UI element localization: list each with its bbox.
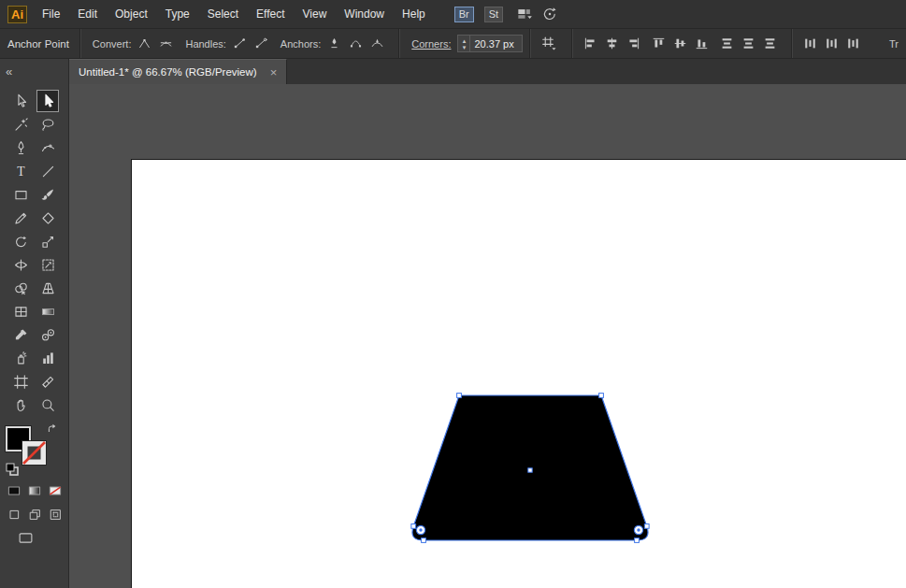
mesh-tool[interactable] — [9, 300, 32, 323]
canvas-area[interactable] — [69, 84, 906, 588]
slice-tool[interactable] — [36, 370, 59, 393]
menu-help[interactable]: Help — [402, 7, 425, 21]
corner-widget[interactable] — [416, 525, 424, 534]
color-mode-button[interactable] — [5, 482, 23, 499]
draw-normal-button[interactable] — [5, 506, 23, 523]
align-middle-v-button[interactable] — [671, 36, 689, 51]
menu-edit[interactable]: Edit — [78, 7, 97, 21]
draw-behind-button[interactable] — [25, 506, 44, 523]
align-left-button[interactable] — [582, 36, 599, 51]
remove-anchor-button[interactable] — [325, 36, 343, 51]
distribute-vcenter-button[interactable] — [740, 36, 757, 51]
magic-wand-tool[interactable] — [9, 113, 32, 136]
pen-tool[interactable] — [9, 136, 32, 159]
blend-tool[interactable] — [36, 323, 59, 346]
hand-tool[interactable] — [9, 394, 32, 416]
align-top-icon — [652, 36, 666, 50]
free-transform-tool[interactable] — [36, 253, 59, 276]
distribute-hcenter-button[interactable] — [823, 36, 841, 51]
stroke-color-swatch[interactable] — [22, 440, 47, 466]
gradient-tool[interactable] — [36, 300, 59, 323]
eraser-tool[interactable] — [36, 207, 59, 229]
panel-collapse-icon[interactable]: « — [6, 65, 12, 79]
lasso-tool[interactable] — [36, 113, 59, 136]
corner-widget[interactable] — [634, 525, 642, 534]
convert-corner-button[interactable] — [136, 36, 153, 51]
distribute-bottom-button[interactable] — [761, 36, 779, 51]
blend-icon — [40, 327, 56, 343]
artboard-tool[interactable] — [9, 370, 32, 393]
menu-object[interactable]: Object — [115, 7, 148, 21]
distribute-right-icon — [846, 36, 860, 50]
connect-endpoints-button[interactable] — [347, 36, 365, 51]
distribute-left-icon — [803, 36, 817, 50]
handles-show-button[interactable] — [231, 36, 249, 51]
selection-tool[interactable] — [9, 90, 32, 112]
sync-settings-button[interactable] — [539, 5, 560, 23]
curvature-tool[interactable] — [36, 136, 59, 159]
swap-fill-stroke-icon[interactable] — [47, 423, 58, 435]
rotate-tool[interactable] — [9, 230, 32, 252]
eyedropper-tool[interactable] — [9, 323, 32, 346]
corners-stepper[interactable]: ▴ ▾ — [457, 35, 470, 52]
menu-view[interactable]: View — [303, 7, 327, 21]
tools-panel-header: « — [0, 59, 69, 84]
corners-label[interactable]: Corners: — [411, 38, 451, 50]
direct-selection-tool[interactable] — [36, 90, 59, 112]
convert-buttons — [134, 36, 177, 51]
separator — [529, 29, 531, 58]
column-graph-tool[interactable] — [36, 347, 59, 369]
stepper-up-icon[interactable]: ▴ — [463, 37, 467, 44]
anchor-point[interactable] — [599, 394, 604, 398]
width-tool[interactable] — [9, 253, 32, 276]
distribute-right-button[interactable] — [844, 36, 862, 51]
smooth-anchor-button[interactable] — [368, 36, 386, 51]
direct-selection-icon — [40, 93, 56, 109]
menu-window[interactable]: Window — [344, 7, 384, 21]
screen-mode-icon — [18, 530, 34, 546]
anchor-point[interactable] — [644, 523, 649, 528]
draw-inside-button[interactable] — [46, 506, 65, 523]
perspective-grid-tool[interactable] — [36, 277, 59, 299]
convert-smooth-button[interactable] — [157, 36, 175, 51]
paintbrush-tool[interactable] — [36, 183, 59, 206]
menu-effect[interactable]: Effect — [256, 7, 284, 21]
align-center-h-button[interactable] — [603, 36, 621, 51]
handles-hide-button[interactable] — [252, 36, 270, 51]
line-segment-tool[interactable] — [36, 160, 59, 182]
zoom-tool[interactable] — [36, 394, 59, 416]
menu-file[interactable]: File — [42, 7, 60, 21]
distribute-top-button[interactable] — [718, 36, 736, 51]
anchor-point[interactable] — [422, 538, 426, 543]
type-tool[interactable]: T — [9, 160, 32, 182]
anchor-point[interactable] — [635, 538, 640, 543]
distribute-hcenter-icon — [825, 36, 839, 50]
artboard-options-icon — [541, 36, 557, 51]
menu-select[interactable]: Select — [208, 7, 238, 21]
tab-close-icon[interactable]: × — [270, 66, 278, 79]
artboard-options-button[interactable] — [539, 35, 559, 52]
none-mode-button[interactable] — [46, 482, 65, 499]
scale-tool[interactable] — [36, 230, 59, 252]
align-top-button[interactable] — [650, 36, 668, 51]
distribute-left-button[interactable] — [801, 36, 819, 51]
symbol-sprayer-tool[interactable] — [9, 347, 32, 369]
rectangle-tool[interactable] — [9, 183, 32, 206]
gradient-mode-button[interactable] — [25, 482, 44, 499]
align-right-button[interactable] — [625, 36, 642, 51]
anchor-point[interactable] — [411, 523, 416, 528]
shape-builder-tool[interactable] — [9, 277, 32, 299]
stock-button[interactable]: St — [484, 7, 503, 22]
anchor-point[interactable] — [457, 394, 462, 398]
bridge-button[interactable]: Br — [454, 7, 474, 22]
center-point[interactable] — [528, 468, 532, 472]
default-fill-stroke-icon[interactable] — [6, 463, 19, 476]
stepper-down-icon[interactable]: ▾ — [463, 44, 467, 50]
workspace-switcher-button[interactable] — [515, 5, 536, 23]
menu-type[interactable]: Type — [165, 7, 190, 21]
document-tab[interactable]: Untitled-1* @ 66.67% (RGB/Preview) × — [69, 59, 287, 84]
corners-value-input[interactable]: 20.37 px — [470, 35, 523, 52]
align-bottom-button[interactable] — [693, 36, 711, 51]
shaper-tool[interactable] — [9, 207, 32, 229]
screen-mode-button[interactable] — [16, 529, 35, 546]
